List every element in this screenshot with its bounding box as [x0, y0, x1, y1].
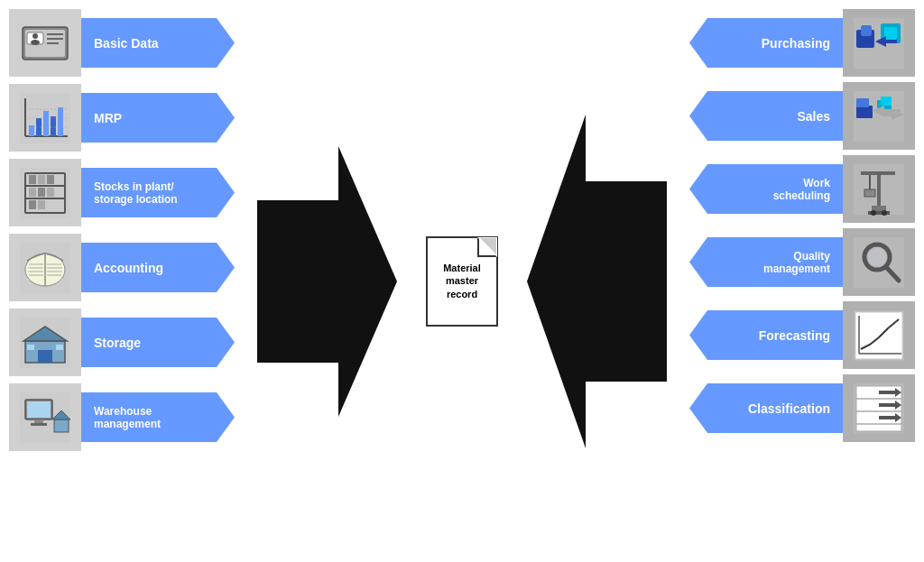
crane-icon — [843, 155, 915, 223]
svg-rect-15 — [58, 107, 63, 136]
svg-point-4 — [31, 40, 40, 45]
graph-icon — [843, 301, 915, 369]
list-item: Forecasting — [689, 301, 915, 369]
book-icon — [9, 234, 81, 301]
table-icon — [843, 374, 915, 442]
purchasing-icon — [843, 9, 915, 77]
svg-rect-53 — [54, 419, 69, 432]
svg-rect-74 — [864, 189, 875, 197]
document-shape: Material master record — [426, 236, 498, 327]
svg-point-77 — [871, 210, 876, 216]
svg-rect-51 — [34, 419, 43, 423]
svg-marker-55 — [257, 146, 397, 417]
list-item: MRP — [9, 84, 235, 152]
shelves-icon — [9, 159, 81, 226]
svg-point-78 — [882, 210, 887, 216]
list-item: Storage — [9, 309, 235, 376]
sales-label: Sales — [689, 91, 843, 141]
center-doc-text: Material master record — [428, 262, 496, 300]
list-item: Warehousemanagement — [9, 383, 235, 451]
svg-rect-61 — [884, 27, 897, 40]
svg-rect-52 — [31, 423, 47, 426]
svg-rect-64 — [856, 106, 873, 118]
svg-rect-45 — [38, 350, 52, 363]
accounting-label: Accounting — [81, 243, 235, 292]
right-arrow — [527, 115, 667, 448]
svg-rect-30 — [38, 200, 45, 209]
svg-rect-71 — [877, 171, 881, 207]
list-item: Workscheduling — [689, 155, 915, 223]
work-scheduling-label: Workscheduling — [689, 164, 843, 214]
diagram-container: Basic Data — [0, 0, 924, 562]
list-item: Classification — [689, 374, 915, 442]
list-item: Qualitymanagement — [689, 228, 915, 296]
magnifier-icon — [843, 228, 915, 296]
svg-rect-28 — [47, 188, 54, 197]
left-arrow — [257, 146, 397, 417]
chart-icon — [9, 84, 81, 152]
doc-fold — [480, 238, 496, 254]
right-items-panel: Purchasing Sales — [689, 9, 915, 442]
svg-rect-27 — [38, 188, 45, 197]
svg-rect-23 — [29, 175, 36, 184]
list-item: Basic Data — [9, 9, 235, 77]
quality-management-label: Qualitymanagement — [689, 237, 843, 287]
sales-icon — [843, 82, 915, 150]
stocks-label: Stocks in plant/storage location — [81, 168, 235, 217]
mrp-label: MRP — [81, 93, 235, 143]
svg-rect-24 — [38, 175, 45, 184]
left-items-panel: Basic Data — [9, 9, 235, 451]
center-document: Material master record — [421, 232, 503, 331]
id-card-icon — [9, 9, 81, 77]
svg-rect-25 — [47, 175, 54, 184]
svg-rect-72 — [861, 171, 895, 175]
building-icon — [9, 309, 81, 376]
svg-rect-84 — [855, 312, 902, 359]
computer-icon — [9, 383, 81, 451]
list-item: Sales — [689, 82, 915, 150]
list-item: Accounting — [9, 234, 235, 301]
list-item: Stocks in plant/storage location — [9, 159, 235, 226]
svg-rect-50 — [27, 401, 51, 418]
basic-data-label: Basic Data — [81, 18, 235, 68]
svg-rect-46 — [27, 345, 34, 350]
svg-rect-59 — [861, 25, 872, 36]
svg-rect-13 — [43, 111, 49, 136]
svg-rect-67 — [881, 97, 892, 106]
svg-marker-56 — [527, 115, 667, 448]
storage-label: Storage — [81, 318, 235, 367]
svg-rect-65 — [856, 98, 869, 107]
svg-point-81 — [868, 248, 886, 266]
purchasing-label: Purchasing — [689, 18, 843, 68]
svg-point-3 — [32, 33, 38, 39]
svg-rect-47 — [56, 345, 63, 350]
list-item: Purchasing — [689, 9, 915, 77]
svg-rect-14 — [51, 116, 56, 136]
classification-label: Classification — [689, 383, 843, 433]
forecasting-label: Forecasting — [689, 310, 843, 360]
warehouse-label: Warehousemanagement — [81, 392, 235, 442]
svg-rect-29 — [29, 200, 36, 209]
svg-rect-26 — [29, 188, 36, 197]
